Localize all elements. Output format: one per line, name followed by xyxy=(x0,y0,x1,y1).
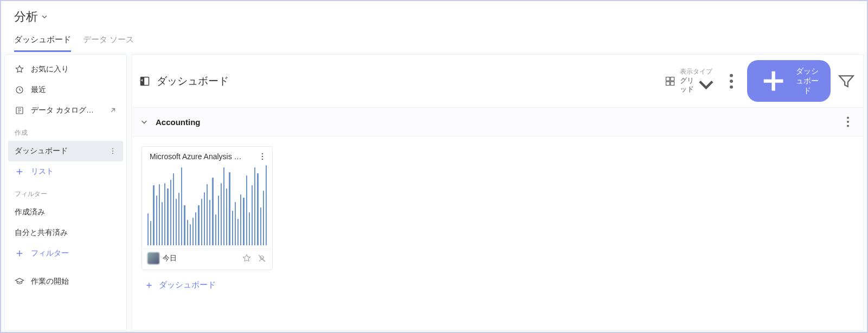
chart-bar xyxy=(254,167,255,245)
chart-bar xyxy=(249,212,250,246)
chart-bar xyxy=(162,202,163,245)
chart-bar xyxy=(221,183,222,245)
sidebar-item-label: リスト xyxy=(31,167,117,177)
chart-bar xyxy=(198,205,199,245)
chart-bar xyxy=(147,213,149,246)
card-date: 今日 xyxy=(163,253,239,263)
add-dashboard-button[interactable]: ダッシュボード xyxy=(747,60,831,102)
app-title-row[interactable]: 分析 xyxy=(14,9,854,25)
sidebar-item-data-catalog[interactable]: データ カタログ… xyxy=(8,100,123,121)
sidebar-item-label: お気に入り xyxy=(31,64,117,74)
chevron-down-icon xyxy=(41,14,48,20)
svg-point-2 xyxy=(112,148,113,149)
svg-rect-7 xyxy=(666,77,670,81)
svg-rect-10 xyxy=(671,81,674,85)
sidebar-item-label: ダッシュボード xyxy=(15,146,102,156)
chart-bar xyxy=(252,185,253,245)
sidebar-item-add-filter[interactable]: フィルター xyxy=(8,243,123,264)
sidebar-item-label: フィルター xyxy=(31,249,117,258)
group-header[interactable]: Accounting xyxy=(132,108,863,136)
card-title: Microsoft Azure Analysis … xyxy=(150,152,255,161)
card-thumbnail-chart xyxy=(147,165,267,245)
sidebar-item-label: 最近 xyxy=(31,85,117,95)
svg-point-11 xyxy=(730,74,733,77)
more-options-button[interactable] xyxy=(722,72,741,90)
card-more-button[interactable] xyxy=(258,152,267,161)
sidebar-item-created[interactable]: 作成済み xyxy=(8,202,123,223)
svg-point-14 xyxy=(847,117,849,119)
cards-area: Microsoft Azure Analysis … 今日 xyxy=(132,136,863,310)
chart-bar xyxy=(167,188,168,245)
sidebar-item-recent[interactable]: 最近 xyxy=(8,80,123,100)
sidebar-item-dashboard[interactable]: ダッシュボード xyxy=(8,141,123,161)
sidebar-item-shared-with-me[interactable]: 自分と共有済み xyxy=(8,223,123,243)
disable-preview-icon[interactable] xyxy=(257,253,267,263)
chart-bar xyxy=(246,175,247,246)
tab-data-source[interactable]: データ ソース xyxy=(83,35,134,52)
sidebar: お気に入り 最近 データ カタログ… 作成 ダッシュボード xyxy=(4,54,127,331)
avatar xyxy=(147,252,159,264)
dashboard-icon xyxy=(139,76,150,87)
svg-point-13 xyxy=(730,85,733,88)
more-vertical-icon[interactable] xyxy=(109,147,117,155)
sidebar-item-label: 作業の開始 xyxy=(31,277,117,286)
star-icon[interactable] xyxy=(242,253,252,263)
chart-bar xyxy=(156,195,157,246)
plus-icon xyxy=(15,167,24,177)
grid-icon xyxy=(665,76,676,87)
add-dashboard-inline-label: ダッシュボード xyxy=(159,280,216,290)
display-type-selector[interactable]: 表示タイプ グリッド xyxy=(665,68,716,94)
chart-bar xyxy=(192,218,194,245)
sidebar-item-favorites[interactable]: お気に入り xyxy=(8,59,123,80)
main-header: ダッシュボード 表示タイプ グリッド ダッシュボード xyxy=(132,55,863,108)
chart-bar xyxy=(207,184,208,245)
group-name: Accounting xyxy=(156,117,834,127)
svg-point-3 xyxy=(112,151,113,152)
dashboard-card[interactable]: Microsoft Azure Analysis … 今日 xyxy=(142,146,273,270)
add-dashboard-button-label: ダッシュボード xyxy=(793,67,821,96)
chart-bar xyxy=(184,205,185,245)
chart-bar xyxy=(204,192,205,246)
chart-bar xyxy=(173,173,174,246)
chart-bar xyxy=(235,202,236,245)
plus-icon xyxy=(757,64,790,97)
group-more-button[interactable] xyxy=(841,115,854,128)
sidebar-section-create: 作成 xyxy=(8,121,123,141)
chart-bar xyxy=(159,184,160,245)
main-panel: ダッシュボード 表示タイプ グリッド ダッシュボード xyxy=(131,54,864,331)
app-title: 分析 xyxy=(14,9,38,25)
sidebar-item-add-list[interactable]: リスト xyxy=(8,161,123,182)
star-icon xyxy=(15,64,24,74)
sidebar-item-label: データ カタログ… xyxy=(31,106,102,115)
svg-point-12 xyxy=(730,80,733,83)
chart-bar xyxy=(181,167,182,245)
add-dashboard-inline[interactable]: ダッシュボード xyxy=(142,270,219,300)
svg-point-4 xyxy=(112,153,113,154)
graduation-cap-icon xyxy=(15,277,24,286)
chart-bar xyxy=(176,199,177,245)
chart-bar xyxy=(187,220,188,245)
clock-icon xyxy=(15,85,24,95)
filter-button[interactable] xyxy=(837,72,856,90)
chart-bar xyxy=(229,172,230,246)
catalog-icon xyxy=(15,106,24,115)
chart-bar xyxy=(170,180,171,245)
chart-bar xyxy=(164,183,165,245)
chart-bar xyxy=(212,178,213,245)
svg-rect-8 xyxy=(671,77,674,81)
sidebar-item-getting-started[interactable]: 作業の開始 xyxy=(8,271,123,292)
svg-point-17 xyxy=(262,153,263,155)
svg-rect-9 xyxy=(666,81,670,85)
chart-bar xyxy=(153,185,154,245)
svg-point-16 xyxy=(847,125,849,127)
chevron-down-icon xyxy=(140,118,148,126)
chart-bar xyxy=(209,200,210,245)
external-link-icon xyxy=(109,107,117,114)
chart-bar xyxy=(260,207,261,245)
tabs: ダッシュボード データ ソース xyxy=(14,35,854,52)
display-type-label: 表示タイプ xyxy=(680,68,716,75)
tab-dashboard[interactable]: ダッシュボード xyxy=(14,35,71,52)
sidebar-section-filter: フィルター xyxy=(8,182,123,202)
chart-bar xyxy=(257,173,258,246)
plus-icon xyxy=(145,281,153,290)
